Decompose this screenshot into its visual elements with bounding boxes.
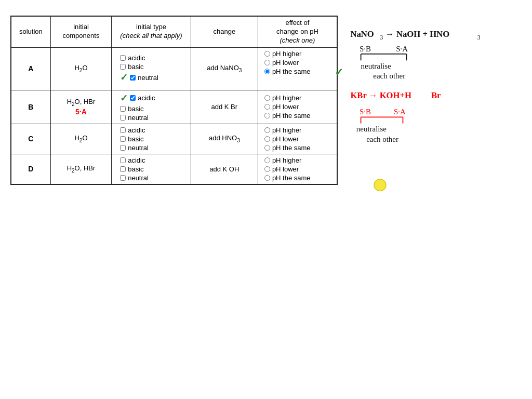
effect-b-higher: pH higher	[264, 94, 301, 102]
components-a: H2O	[50, 47, 111, 90]
change-d: add K OH	[191, 154, 258, 184]
radio-same-d[interactable]	[264, 175, 270, 181]
checkbox-basic-d[interactable]	[120, 166, 126, 172]
effect-d: pH higher pH lower pH the same	[258, 154, 337, 184]
checkbox-neutral-a[interactable]	[130, 75, 136, 81]
effect-d-lower: pH lower	[264, 165, 299, 173]
type-c: acidic basic neutral	[112, 124, 191, 154]
effect-d-same: pH the same	[264, 174, 311, 182]
radio-higher-a[interactable]	[264, 51, 270, 57]
type-b: ✓ acidic basic neutral	[112, 90, 191, 124]
effect-a: pH higher pH lower pH the same ✓	[258, 47, 337, 90]
neutralise-2: neutralise	[356, 125, 387, 133]
effect-a-higher: pH higher	[264, 50, 301, 58]
change-b: add K Br	[191, 90, 258, 124]
effect-c-lower: pH lower	[264, 135, 299, 143]
notes-section: NaNO 3 → NaOH + HNO 3 S·B S·A neutralise…	[348, 10, 522, 389]
type-a-basic: basic	[120, 63, 143, 71]
type-b-basic: basic	[120, 105, 143, 113]
solution-d: D	[11, 154, 50, 184]
equation2-text: KBr → KOH+H	[350, 90, 411, 100]
type-c-basic: basic	[120, 135, 143, 143]
solution-a: A	[11, 47, 50, 90]
type-a: acidic basic ✓ neutral	[112, 47, 191, 90]
effect-b: pH higher pH lower pH the same	[258, 90, 337, 124]
components-d: H2O, HBr	[50, 154, 111, 184]
type-d: acidic basic neutral	[112, 154, 191, 184]
table-section: solution initialcomponents initial type(…	[10, 10, 338, 389]
sb-sa-2: S·B	[360, 108, 371, 116]
checkmark-same-a: ✓	[335, 66, 343, 78]
checkbox-neutral-c[interactable]	[120, 145, 126, 151]
type-c-acidic: acidic	[120, 126, 145, 134]
effect-b-same: pH the same	[264, 112, 311, 119]
effect-a-lower: pH lower	[264, 59, 299, 66]
notes-svg: NaNO 3 → NaOH + HNO 3 S·B S·A neutralise…	[348, 10, 522, 218]
effect-b-lower: pH lower	[264, 103, 299, 111]
effect-a-same: pH the same	[264, 68, 311, 75]
col-header-solution: solution	[11, 16, 50, 47]
type-c-neutral: neutral	[120, 144, 149, 152]
each-other-1: each other	[373, 72, 405, 80]
checkbox-acidic-a[interactable]	[120, 55, 126, 61]
radio-same-c[interactable]	[264, 145, 270, 151]
effect-d-higher: pH higher	[264, 156, 301, 164]
radio-lower-d[interactable]	[264, 166, 270, 172]
svg-text:3: 3	[477, 34, 481, 41]
svg-text:S·A: S·A	[396, 45, 408, 53]
svg-text:→ NaOH + HNO: → NaOH + HNO	[385, 29, 449, 39]
components-b: H2O, HBr 5·A	[50, 90, 111, 124]
type-a-acidic: acidic	[120, 54, 145, 62]
type-d-basic: basic	[120, 165, 143, 173]
radio-same-a[interactable]	[264, 69, 270, 74]
solution-c: C	[11, 124, 50, 154]
equation1-text: NaNO	[350, 29, 374, 39]
red-label-b: 5·A	[54, 108, 108, 116]
each-other-2: each other	[366, 135, 398, 143]
checkmark-acidic-b: ✓	[120, 92, 128, 104]
checkbox-acidic-b[interactable]	[130, 95, 136, 101]
checkbox-basic-c[interactable]	[120, 136, 126, 142]
components-c: H2O	[50, 124, 111, 154]
table-row: D H2O, HBr acidic basic neutral	[11, 154, 337, 184]
type-b-neutral: neutral	[120, 114, 149, 122]
table-row: A H2O acidic basic ✓ neutral	[11, 47, 337, 90]
sb-sa-1: S·B	[360, 45, 371, 53]
checkbox-basic-b[interactable]	[120, 106, 126, 112]
chemistry-table: solution initialcomponents initial type(…	[10, 16, 338, 185]
radio-lower-a[interactable]	[264, 60, 270, 65]
radio-lower-c[interactable]	[264, 136, 270, 142]
col-header-change: change	[191, 16, 258, 47]
radio-higher-d[interactable]	[264, 157, 270, 163]
checkbox-neutral-d[interactable]	[120, 175, 126, 181]
radio-lower-b[interactable]	[264, 104, 270, 110]
checkmark-neutral-a: ✓	[120, 72, 128, 83]
type-d-acidic: acidic	[120, 156, 145, 164]
svg-text:3: 3	[380, 34, 383, 41]
effect-c: pH higher pH lower pH the same	[258, 124, 337, 154]
radio-higher-c[interactable]	[264, 127, 270, 133]
checkbox-neutral-b[interactable]	[120, 115, 126, 121]
yellow-dot	[374, 179, 386, 191]
radio-higher-b[interactable]	[264, 95, 270, 101]
neutralise-1: neutralise	[361, 62, 391, 70]
checkbox-acidic-d[interactable]	[120, 157, 126, 163]
col-header-type: initial type(check all that apply)	[112, 16, 191, 47]
effect-c-higher: pH higher	[264, 126, 301, 134]
type-d-neutral: neutral	[120, 174, 149, 182]
svg-text:S·A: S·A	[394, 108, 406, 116]
col-header-components: initialcomponents	[50, 16, 111, 47]
change-c: add HNO3	[191, 124, 258, 154]
type-b-acidic: ✓ acidic	[120, 92, 155, 104]
effect-c-same: pH the same	[264, 144, 311, 152]
radio-same-b[interactable]	[264, 113, 270, 118]
table-row: C H2O acidic basic neutral	[11, 124, 337, 154]
svg-text:Br: Br	[431, 90, 441, 100]
table-row: B H2O, HBr 5·A ✓ acidic basic	[11, 90, 337, 124]
col-header-effect: effect ofchange on pH(check one)	[258, 16, 337, 47]
solution-b: B	[11, 90, 50, 124]
checkbox-basic-a[interactable]	[120, 64, 126, 70]
type-a-neutral: ✓ neutral	[120, 72, 158, 83]
change-a: add NaNO3	[191, 47, 258, 90]
checkbox-acidic-c[interactable]	[120, 127, 126, 133]
